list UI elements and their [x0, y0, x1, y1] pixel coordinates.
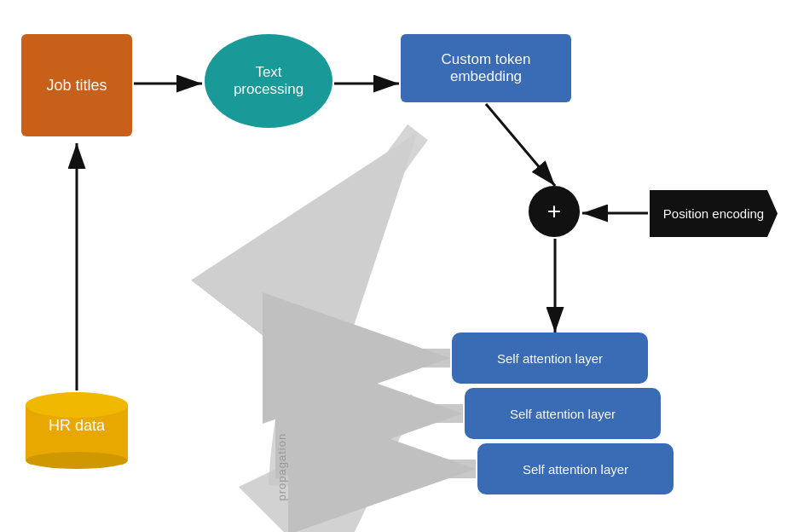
self-attention-3-label: Self attention layer [523, 462, 628, 477]
diagram-container: Job titles HR data Text processing Custo… [0, 0, 798, 532]
job-titles-box: Job titles [21, 34, 132, 136]
token-embedding-label: Custom token embedding [409, 51, 563, 85]
plus-circle: + [529, 186, 580, 237]
self-attention-1-label: Self attention layer [497, 351, 603, 366]
plus-symbol: + [547, 198, 561, 225]
self-attention-layer-2: Self attention layer [465, 388, 661, 439]
self-attention-layer-3: Self attention layer [477, 443, 674, 494]
cylinder-bottom [26, 452, 128, 469]
svg-line-5 [486, 104, 555, 186]
job-titles-label: Job titles [46, 77, 107, 95]
hr-data-cylinder: HR data [26, 392, 128, 469]
propagation-label: propagation [275, 433, 288, 501]
cylinder-top [26, 392, 128, 418]
text-processing-label: Text processing [222, 64, 315, 98]
self-attention-2-label: Self attention layer [510, 407, 616, 421]
hr-data-label: HR data [26, 417, 128, 435]
hr-data-container: HR data [21, 392, 132, 486]
token-embedding-box: Custom token embedding [401, 34, 571, 102]
text-processing-node: Text processing [205, 34, 332, 128]
self-attention-layer-1: Self attention layer [452, 332, 648, 384]
position-encoding-box: Position encoding [650, 190, 778, 237]
position-encoding-label: Position encoding [663, 206, 764, 221]
